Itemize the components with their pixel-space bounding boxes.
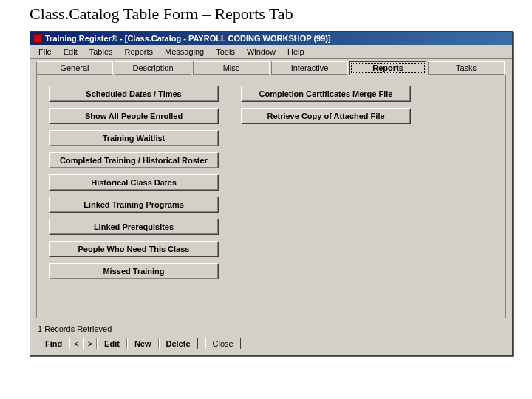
tab-description-label: Description xyxy=(132,64,173,72)
tab-misc-label: Misc xyxy=(223,64,240,72)
tab-general[interactable]: General xyxy=(36,61,113,75)
page-heading: Class.Catalog Table Form – Reports Tab xyxy=(0,0,532,31)
toolbar-close-group: Close xyxy=(205,338,241,349)
menu-tools[interactable]: Tools xyxy=(211,47,240,57)
menu-reports[interactable]: Reports xyxy=(120,47,159,57)
btn-completion-certificates[interactable]: Completion Certificates Merge File xyxy=(241,86,411,102)
btn-edit[interactable]: Edit xyxy=(97,338,127,349)
btn-scheduled-dates[interactable]: Scheduled Dates / Times xyxy=(49,86,219,102)
btn-linked-prerequisites[interactable]: Linked Prerequisites xyxy=(49,219,219,235)
menu-file[interactable]: File xyxy=(33,47,57,57)
app-window: Training.Register® - [Class.Catalog - PA… xyxy=(30,31,513,356)
tab-reports[interactable]: Reports xyxy=(349,61,426,75)
bottom-toolbar: Find < > Edit New Delete Close xyxy=(30,336,512,355)
tabstrip: General Description Misc Interactive Rep… xyxy=(30,59,512,75)
btn-people-who-need[interactable]: People Who Need This Class xyxy=(49,241,219,257)
titlebar-text: Training.Register® - [Class.Catalog - PA… xyxy=(45,34,331,43)
tab-tasks[interactable]: Tasks xyxy=(428,61,505,75)
titlebar: Training.Register® - [Class.Catalog - PA… xyxy=(30,32,512,45)
btn-find[interactable]: Find xyxy=(38,338,69,349)
toolbar-group: Find < > Edit New Delete xyxy=(38,338,198,349)
reports-column-1: Scheduled Dates / Times Show All People … xyxy=(49,86,219,312)
status-text: 1 Records Retrieved xyxy=(30,323,512,336)
tab-misc[interactable]: Misc xyxy=(193,61,270,75)
tab-tasks-label: Tasks xyxy=(456,64,477,72)
tab-general-label: General xyxy=(60,64,89,72)
btn-missed-training[interactable]: Missed Training xyxy=(49,263,219,279)
tab-description[interactable]: Description xyxy=(115,61,191,75)
menu-window[interactable]: Window xyxy=(242,47,281,57)
btn-new[interactable]: New xyxy=(127,338,159,349)
tab-reports-label: Reports xyxy=(372,64,403,72)
btn-linked-training-programs[interactable]: Linked Training Programs xyxy=(49,197,219,213)
menu-messaging[interactable]: Messaging xyxy=(160,47,209,57)
btn-show-all-enrolled[interactable]: Show All People Enrolled xyxy=(49,108,219,124)
menubar: File Edit Tables Reports Messaging Tools… xyxy=(30,45,512,59)
tab-interactive-label: Interactive xyxy=(291,64,329,72)
btn-next[interactable]: > xyxy=(83,338,97,349)
btn-prev[interactable]: < xyxy=(69,338,83,349)
btn-close[interactable]: Close xyxy=(206,338,240,349)
btn-historical-class-dates[interactable]: Historical Class Dates xyxy=(49,174,219,191)
btn-delete[interactable]: Delete xyxy=(159,338,197,349)
btn-retrieve-attached-file[interactable]: Retrieve Copy of Attached File xyxy=(241,108,411,124)
tab-interactive[interactable]: Interactive xyxy=(271,61,348,75)
menu-tables[interactable]: Tables xyxy=(84,47,118,57)
reports-column-2: Completion Certificates Merge File Retri… xyxy=(241,86,411,312)
menu-help[interactable]: Help xyxy=(282,47,310,57)
form-body: Scheduled Dates / Times Show All People … xyxy=(36,75,506,318)
btn-training-waitlist[interactable]: Training Waitlist xyxy=(49,130,219,146)
menu-edit[interactable]: Edit xyxy=(58,47,83,57)
btn-completed-training[interactable]: Completed Training / Historical Roster xyxy=(49,152,219,168)
app-icon xyxy=(33,34,42,43)
